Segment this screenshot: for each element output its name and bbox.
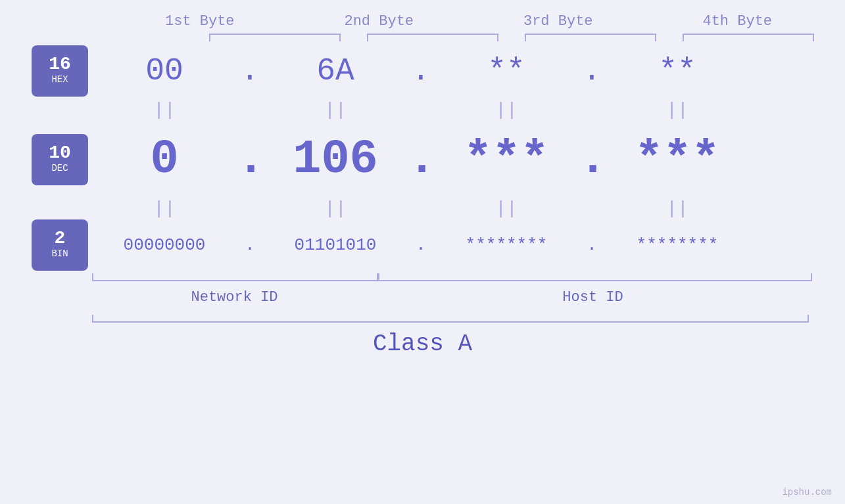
bin-dot2: . <box>408 235 434 255</box>
byte3-header: 3rd Byte <box>486 13 631 30</box>
network-bracket <box>92 273 378 281</box>
bin-label: BIN <box>51 248 68 261</box>
hex-section: 16 HEX 00 . 6A . ** . ** <box>0 45 845 97</box>
class-label: Class A <box>0 331 845 357</box>
eq1-b2: || <box>263 101 408 120</box>
bin-dot1: . <box>237 235 263 255</box>
data-layout: 16 HEX 00 . 6A . ** . ** || || | <box>0 41 845 357</box>
bin-b2: 01101010 <box>263 235 408 255</box>
dec-b3: *** <box>434 133 579 187</box>
eq-row-2: || || || || <box>0 196 845 222</box>
dec-b1: 0 <box>92 133 237 187</box>
eq2-b4: || <box>605 200 750 218</box>
eq2-b1: || <box>92 200 237 218</box>
main-container: 1st Byte 2nd Byte 3rd Byte 4th Byte 16 H… <box>0 0 845 504</box>
dec-values: 0 . 106 . *** . *** <box>92 133 845 187</box>
watermark: ipshu.com <box>782 487 832 497</box>
eq1-b3: || <box>434 101 579 120</box>
bracket-byte1 <box>209 34 341 41</box>
hex-number: 16 <box>49 55 71 74</box>
byte2-header: 2nd Byte <box>306 13 451 30</box>
eq1-b4: || <box>605 101 750 120</box>
hex-dot2: . <box>408 53 434 89</box>
eq2-b3: || <box>434 200 579 218</box>
host-bracket <box>378 273 812 281</box>
byte1-header: 1st Byte <box>128 13 272 30</box>
dec-section: 10 DEC 0 . 106 . *** . *** <box>0 124 845 196</box>
dec-badge: 10 DEC <box>32 134 88 185</box>
dec-dot2: . <box>408 133 434 187</box>
hex-b2: 6A <box>263 53 408 89</box>
bottom-brackets-row <box>92 273 809 285</box>
dec-label: DEC <box>51 162 68 175</box>
hex-b4: ** <box>605 53 750 89</box>
bracket-byte2 <box>367 34 498 41</box>
host-id-label: Host ID <box>377 289 809 306</box>
eq1-b1: || <box>92 101 237 120</box>
dec-number: 10 <box>49 144 71 162</box>
bin-badge: 2 BIN <box>32 219 88 271</box>
bracket-byte4 <box>683 34 814 41</box>
hex-b1: 00 <box>92 53 237 89</box>
hex-label: HEX <box>51 74 68 87</box>
hex-badge: 16 HEX <box>32 45 88 97</box>
dec-dot1: . <box>237 133 263 187</box>
dec-b2: 106 <box>263 133 408 187</box>
network-id-label: Network ID <box>92 289 377 306</box>
hex-dot3: . <box>579 53 605 89</box>
bin-section: 2 BIN 00000000 . 01101010 . ******** . *… <box>0 222 845 268</box>
hex-dot1: . <box>237 53 263 89</box>
bin-b4: ******** <box>605 235 750 255</box>
bin-b3: ******** <box>434 235 579 255</box>
dec-b4: *** <box>605 133 750 187</box>
class-bracket <box>92 315 809 323</box>
byte-headers-row: 1st Byte 2nd Byte 3rd Byte 4th Byte <box>110 13 827 30</box>
bracket-byte3 <box>525 34 656 41</box>
bin-values: 00000000 . 01101010 . ******** . *******… <box>92 235 845 255</box>
network-host-labels: Network ID Host ID <box>92 289 809 306</box>
eq-values-1: || || || || <box>92 101 845 120</box>
bin-dot3: . <box>579 235 605 255</box>
dec-dot3: . <box>579 133 605 187</box>
bin-number: 2 <box>55 229 66 248</box>
byte4-header: 4th Byte <box>665 13 809 30</box>
bin-b1: 00000000 <box>92 235 237 255</box>
eq-row-1: || || || || <box>0 97 845 124</box>
hex-values: 00 . 6A . ** . ** <box>92 53 845 89</box>
top-brackets <box>110 30 827 41</box>
hex-b3: ** <box>434 53 579 89</box>
eq2-b2: || <box>263 200 408 218</box>
eq-values-2: || || || || <box>92 200 845 218</box>
